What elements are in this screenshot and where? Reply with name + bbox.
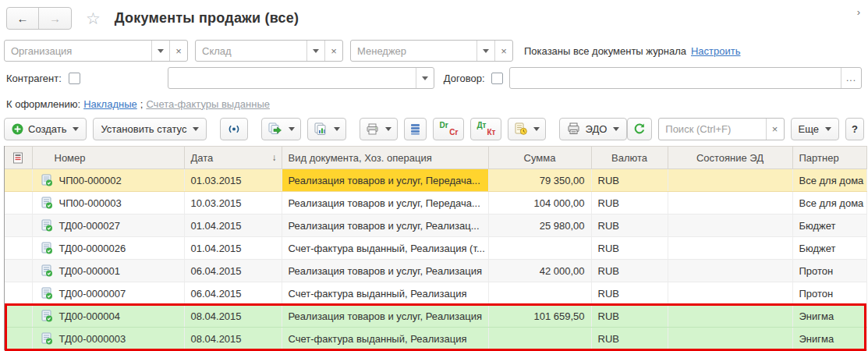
- cell-doc-type[interactable]: Реализация товаров и услуг, Реализац...: [282, 214, 488, 237]
- cell-partner[interactable]: Протон: [792, 260, 866, 282]
- create-based-on-button[interactable]: [261, 118, 301, 140]
- refresh-button[interactable]: [627, 118, 652, 140]
- column-header-number[interactable]: Номер: [32, 147, 184, 169]
- help-button[interactable]: ?: [845, 118, 864, 140]
- cell-ed-state[interactable]: [668, 214, 792, 237]
- cell-number[interactable]: ТД00-000001: [32, 260, 184, 282]
- more-button[interactable]: Еще: [791, 118, 839, 140]
- cell-partner[interactable]: Бюджет: [792, 237, 866, 260]
- column-header-partner[interactable]: Партнер: [792, 147, 866, 169]
- cell-currency[interactable]: RUB: [591, 328, 668, 350]
- processing-link-invoices[interactable]: Накладные: [83, 98, 137, 110]
- cell-doc-type[interactable]: Реализация товаров и услуг, Реализация: [282, 260, 488, 282]
- cell-sum[interactable]: 79 350,00: [488, 169, 591, 192]
- cell-number[interactable]: ТД00-000004: [32, 305, 184, 328]
- table-row[interactable]: ЧП00-00000201.03.2015Реализация товаров …: [5, 169, 866, 192]
- cell-partner[interactable]: Энигма: [792, 305, 866, 328]
- edo-button[interactable]: ЭДО: [559, 118, 627, 140]
- table-row[interactable]: ТД00-000000308.04.2015Счет-фактура выдан…: [5, 328, 866, 350]
- set-status-button[interactable]: Установить статус: [93, 118, 207, 140]
- cell-ed-state[interactable]: [668, 260, 792, 282]
- cell-doc-type[interactable]: Реализация товаров и услуг, Реализация: [282, 305, 488, 328]
- configure-link[interactable]: Настроить: [691, 45, 741, 57]
- document-schedule-button[interactable]: [508, 118, 546, 140]
- cell-date[interactable]: 08.04.2015: [184, 305, 282, 328]
- cell-ed-state[interactable]: [668, 237, 792, 260]
- table-row[interactable]: ТД00-00000106.04.2015Реализация товаров …: [5, 260, 866, 282]
- cell-currency[interactable]: RUB: [591, 282, 668, 305]
- search-clear-button[interactable]: ×: [766, 119, 784, 140]
- cell-partner[interactable]: Бюджет: [792, 214, 866, 237]
- cell-currency[interactable]: RUB: [591, 169, 668, 192]
- table-row[interactable]: ТД00-00000408.04.2015Реализация товаров …: [5, 305, 866, 328]
- cell-currency[interactable]: RUB: [591, 237, 668, 260]
- cell-date[interactable]: 06.04.2015: [184, 260, 282, 282]
- manager-dropdown-button[interactable]: [477, 41, 494, 61]
- table-row[interactable]: ЧП00-00000310.03.2015Реализация товаров …: [5, 192, 866, 214]
- cell-doc-type[interactable]: Реализация товаров и услуг, Передача...: [282, 169, 488, 192]
- cell-ed-state[interactable]: [668, 305, 792, 328]
- column-header-sum[interactable]: Сумма: [488, 147, 591, 169]
- register-list-button[interactable]: [404, 118, 427, 140]
- cell-date[interactable]: 01.03.2015: [184, 169, 282, 192]
- cell-doc-type[interactable]: Реализация товаров и услуг, Передача...: [282, 192, 488, 214]
- dr-cr-button[interactable]: Dr Cr: [433, 118, 464, 140]
- cell-sum[interactable]: 101 659,50: [488, 305, 591, 328]
- column-header-currency[interactable]: Валюта: [591, 147, 668, 169]
- processing-link-facture[interactable]: Счета-фактуры выданные: [146, 98, 270, 110]
- cell-doc-type[interactable]: Счет-фактура выданный, Реализация: [282, 328, 488, 350]
- cell-date[interactable]: 08.04.2015: [184, 328, 282, 350]
- organization-input[interactable]: [5, 41, 151, 61]
- cell-partner[interactable]: Протон: [792, 282, 866, 305]
- cell-partner[interactable]: Энигма: [792, 328, 866, 350]
- cell-number[interactable]: ЧП00-000003: [32, 192, 184, 214]
- table-row[interactable]: ТД00-00002701.04.2015Реализация товаров …: [5, 214, 866, 237]
- cell-ed-state[interactable]: [668, 169, 792, 192]
- cell-date[interactable]: 01.04.2015: [184, 237, 282, 260]
- cell-doc-type[interactable]: Счет-фактура выданный, Реализация: [282, 282, 488, 305]
- warehouse-dropdown-button[interactable]: [306, 41, 324, 61]
- create-button[interactable]: Создать: [4, 118, 87, 140]
- counterparty-dropdown-button[interactable]: [416, 68, 434, 88]
- cell-date[interactable]: 10.03.2015: [184, 192, 282, 214]
- cell-sum[interactable]: [488, 282, 591, 305]
- cell-currency[interactable]: RUB: [591, 214, 668, 237]
- contract-choose-button[interactable]: ...: [841, 68, 861, 88]
- column-header-doc-type[interactable]: Вид документа, Хоз. операция: [282, 147, 488, 169]
- cell-date[interactable]: 01.04.2015: [184, 214, 282, 237]
- cell-sum[interactable]: [488, 237, 591, 260]
- cell-number[interactable]: ТД00-000027: [32, 214, 184, 237]
- manager-clear-button[interactable]: ×: [494, 41, 512, 61]
- column-header-ed-state[interactable]: Состояние ЭД: [668, 147, 792, 169]
- cell-number[interactable]: ТД00-0000003: [32, 328, 184, 350]
- cell-number[interactable]: ТД00-0000026: [32, 237, 184, 260]
- cell-partner[interactable]: Все для дома: [792, 192, 866, 214]
- cell-number[interactable]: ТД00-0000007: [32, 282, 184, 305]
- cell-ed-state[interactable]: [668, 328, 792, 350]
- cell-ed-state[interactable]: [668, 282, 792, 305]
- cell-sum[interactable]: [488, 328, 591, 350]
- events-button[interactable]: [220, 118, 248, 140]
- cell-currency[interactable]: RUB: [591, 260, 668, 282]
- table-row[interactable]: ТД00-000002601.04.2015Счет-фактура выдан…: [5, 237, 866, 260]
- column-header-marker[interactable]: [5, 147, 32, 169]
- cell-currency[interactable]: RUB: [591, 192, 668, 214]
- back-button[interactable]: ←: [7, 8, 39, 29]
- print-button[interactable]: [360, 118, 398, 140]
- contract-checkbox[interactable]: [491, 73, 503, 84]
- cell-currency[interactable]: RUB: [591, 305, 668, 328]
- cell-sum[interactable]: 104 000,00: [488, 192, 591, 214]
- column-header-date[interactable]: Дата ↓: [184, 147, 282, 169]
- cell-sum[interactable]: 25 980,00: [488, 214, 591, 237]
- organization-clear-button[interactable]: ×: [169, 41, 187, 61]
- dt-kt-button[interactable]: Дт Кт: [470, 118, 501, 140]
- contract-input[interactable]: [510, 68, 841, 88]
- search-input[interactable]: [659, 119, 765, 140]
- cell-date[interactable]: 06.04.2015: [184, 282, 282, 305]
- manager-input[interactable]: [351, 41, 477, 61]
- cell-ed-state[interactable]: [668, 192, 792, 214]
- chevron-right-icon[interactable]: ›: [856, 6, 862, 18]
- cell-number[interactable]: ЧП00-000002: [32, 169, 184, 192]
- cell-doc-type[interactable]: Счет-фактура выданный, Реализация (т...: [282, 237, 488, 260]
- organization-dropdown-button[interactable]: [151, 41, 169, 61]
